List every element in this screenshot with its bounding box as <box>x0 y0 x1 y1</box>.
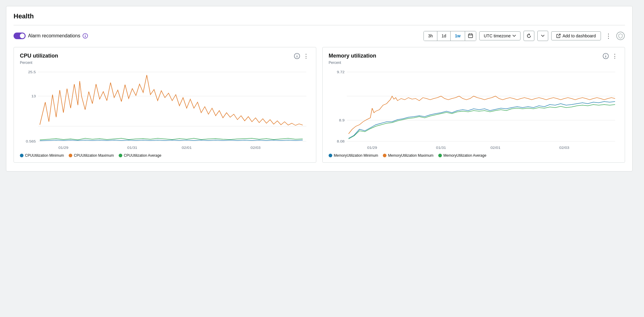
svg-text:9.72: 9.72 <box>337 70 345 74</box>
svg-text:8.9: 8.9 <box>339 118 345 122</box>
cpu-min-legend: CPUUtilization Minimum <box>20 153 64 158</box>
page-container: Health Alarm recommendations 3h 1d 1w <box>6 6 633 171</box>
dropdown-arrow-icon <box>541 35 545 37</box>
svg-point-24 <box>605 55 606 55</box>
refresh-icon <box>527 33 531 38</box>
shield-icon <box>616 31 625 40</box>
svg-rect-3 <box>468 34 473 38</box>
cpu-min-dot <box>20 154 23 157</box>
time-range-buttons: 3h 1d 1w <box>424 31 476 41</box>
svg-point-1 <box>85 35 86 35</box>
cpu-max-dot <box>69 154 72 157</box>
time-1w-button[interactable]: 1w <box>451 31 465 41</box>
svg-point-8 <box>617 32 624 40</box>
memory-min-legend: MemoryUtilization Minimum <box>329 153 378 158</box>
svg-rect-11 <box>297 56 297 58</box>
memory-chart-icons: ⋮ <box>602 53 619 59</box>
svg-text:01/31: 01/31 <box>436 146 446 150</box>
cpu-chart-area: 25.5 13 0.565 01/29 01/31 02/01 02/03 <box>20 66 310 150</box>
memory-max-label: MemoryUtilization Maximum <box>388 153 433 158</box>
cpu-chart-icons: ⋮ <box>294 53 310 59</box>
time-3h-button[interactable]: 3h <box>424 31 437 41</box>
memory-chart-legend: MemoryUtilization Minimum MemoryUtilizat… <box>329 153 619 158</box>
alarm-recommendations-toggle[interactable] <box>14 33 26 39</box>
memory-max-dot <box>383 154 386 157</box>
svg-text:02/03: 02/03 <box>251 146 261 150</box>
cpu-min-label: CPUUtilization Minimum <box>25 153 64 158</box>
chevron-down-icon <box>512 35 516 37</box>
memory-max-legend: MemoryUtilization Maximum <box>383 153 433 158</box>
memory-chart-more-button[interactable]: ⋮ <box>611 53 619 59</box>
svg-text:01/29: 01/29 <box>58 146 68 150</box>
cpu-max-legend: CPUUtilization Maximum <box>69 153 114 158</box>
svg-text:02/01: 02/01 <box>182 146 192 150</box>
svg-text:01/29: 01/29 <box>367 146 377 150</box>
memory-chart-area: 9.72 8.9 8.08 01/29 01/31 02/01 02/03 <box>329 66 619 150</box>
calendar-button[interactable] <box>465 31 476 41</box>
cpu-utilization-chart-card: CPU utilization ⋮ Percent <box>14 47 316 163</box>
more-actions-button[interactable]: ⋮ <box>604 31 613 41</box>
svg-rect-25 <box>605 56 606 58</box>
memory-y-label: Percent <box>329 61 619 65</box>
svg-line-7 <box>558 34 560 36</box>
page-title: Health <box>14 12 625 20</box>
alarm-recommendations-label: Alarm recommendations <box>28 33 80 39</box>
alarm-recommendations-toggle-container: Alarm recommendations <box>14 33 88 39</box>
memory-info-icon[interactable] <box>602 53 609 59</box>
time-1d-button[interactable]: 1d <box>437 31 451 41</box>
cpu-info-icon[interactable] <box>294 53 300 59</box>
cpu-chart-header: CPU utilization ⋮ <box>20 53 310 59</box>
svg-rect-2 <box>85 36 86 37</box>
cpu-avg-legend: CPUUtilization Average <box>119 153 161 158</box>
cpu-chart-title: CPU utilization <box>20 53 58 59</box>
toolbar: Alarm recommendations 3h 1d 1w <box>14 31 625 41</box>
svg-text:0.565: 0.565 <box>26 140 36 143</box>
memory-avg-label: MemoryUtilization Average <box>443 153 486 158</box>
refresh-button[interactable] <box>524 31 534 41</box>
timezone-label: UTC timezone <box>484 33 511 38</box>
memory-min-label: MemoryUtilization Minimum <box>334 153 378 158</box>
cpu-y-label: Percent <box>20 61 310 65</box>
memory-utilization-chart-card: Memory utilization ⋮ Percent <box>322 47 625 163</box>
memory-min-dot <box>329 154 332 157</box>
add-to-dashboard-button[interactable]: Add to dashboard <box>551 31 601 40</box>
cpu-max-label: CPUUtilization Maximum <box>74 153 114 158</box>
svg-text:8.08: 8.08 <box>337 140 345 143</box>
svg-text:02/01: 02/01 <box>490 146 500 150</box>
cpu-avg-dot <box>119 154 122 157</box>
memory-chart-title: Memory utilization <box>329 53 376 59</box>
memory-avg-dot <box>438 154 442 157</box>
svg-point-10 <box>297 55 297 55</box>
alarm-info-icon[interactable] <box>83 33 88 39</box>
charts-container: CPU utilization ⋮ Percent <box>14 47 625 163</box>
cpu-avg-label: CPUUtilization Average <box>124 153 161 158</box>
timezone-selector[interactable]: UTC timezone <box>479 31 521 40</box>
cpu-chart-svg: 25.5 13 0.565 01/29 01/31 02/01 02/03 <box>20 66 310 150</box>
svg-text:25.5: 25.5 <box>28 70 36 74</box>
memory-chart-svg: 9.72 8.9 8.08 01/29 01/31 02/01 02/03 <box>329 66 619 150</box>
cpu-chart-more-button[interactable]: ⋮ <box>302 53 310 59</box>
memory-avg-legend: MemoryUtilization Average <box>438 153 486 158</box>
svg-text:13: 13 <box>31 94 36 98</box>
svg-text:01/31: 01/31 <box>127 146 137 150</box>
divider <box>14 25 625 25</box>
add-to-dashboard-label: Add to dashboard <box>562 33 596 38</box>
cpu-chart-legend: CPUUtilization Minimum CPUUtilization Ma… <box>20 153 310 158</box>
memory-chart-header: Memory utilization ⋮ <box>329 53 619 59</box>
external-link-icon <box>556 34 561 38</box>
more-options-dropdown-button[interactable] <box>537 31 548 41</box>
svg-text:02/03: 02/03 <box>559 146 569 150</box>
